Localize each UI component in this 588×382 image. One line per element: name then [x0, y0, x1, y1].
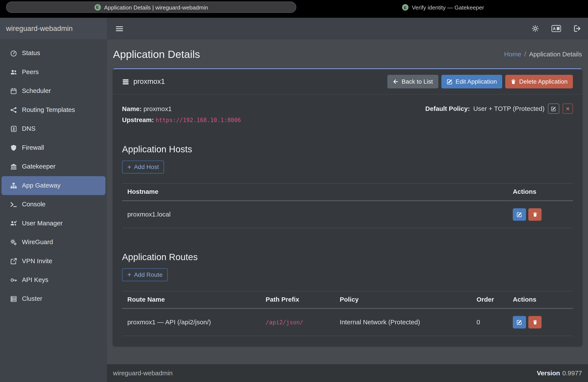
footer: wireguard-webadmin Version0.9977 [107, 364, 588, 382]
hosts-section-title: Application Hosts [122, 144, 573, 155]
table-row: proxmox1.local [122, 201, 573, 228]
shield-icon [9, 144, 18, 151]
sidebar-item-label: API Keys [22, 276, 48, 284]
policy-cell: Internal Network (Protected) [335, 308, 471, 336]
application-title: proxmox1 [122, 78, 165, 86]
edit-application-button[interactable]: Edit Application [441, 75, 502, 88]
content-area: Application Details Home / Application D… [107, 39, 588, 364]
browser-tab-active[interactable]: E Application Details | wireguard-webadm… [6, 1, 296, 13]
application-fields: Name: proxmox1 Upstream: https://192.168… [122, 104, 241, 126]
hosts-col-hostname: Hostname [122, 183, 507, 201]
delete-host-button[interactable] [528, 208, 542, 221]
breadcrumb-separator: / [524, 51, 526, 58]
pencil-square-icon [517, 212, 522, 217]
sidebar-item-label: WireGuard [22, 238, 53, 246]
server-icon [9, 296, 18, 302]
arrow-left-icon [393, 79, 399, 85]
default-policy-value: User + TOTP (Protected) [473, 105, 545, 112]
sidebar-item-label: Status [22, 49, 40, 57]
sidebar-item-label: Peers [22, 68, 39, 76]
sidebar-item-routing-templates[interactable]: Routing Templates [1, 101, 105, 119]
route-name-cell: proxmox1 — API (/api2/json/) [122, 308, 260, 336]
sidebar-item-peers[interactable]: Peers [1, 63, 105, 82]
trash-icon [510, 79, 516, 85]
sidebar-item-label: Cluster [22, 295, 42, 303]
sidebar-nav: Status Peers Scheduler Routing Templates [0, 39, 107, 309]
routes-col-policy: Policy [335, 291, 471, 309]
application-details-card: proxmox1 Back to List Edit Application [113, 68, 582, 346]
sidebar-item-status[interactable]: Status [1, 44, 105, 63]
hosts-table: Hostname Actions proxmox1.local [122, 183, 573, 228]
edit-route-button[interactable] [513, 316, 526, 328]
hosts-col-actions: Actions [507, 183, 573, 201]
sidebar-item-label: App Gateway [22, 182, 61, 189]
sidebar-item-firewall[interactable]: Firewall [1, 138, 105, 157]
sidebar-item-wireguard[interactable]: WireGuard [1, 233, 105, 252]
tab-title: Application Details | wireguard-webadmin [104, 4, 208, 10]
sidebar-item-label: DNS [22, 125, 35, 133]
sidebar-item-cluster[interactable]: Cluster [1, 290, 105, 308]
brand: wireguard-webadmin [0, 18, 107, 39]
routes-section-title: Application Routes [122, 252, 573, 262]
name-label: Name: [122, 106, 142, 113]
clear-policy-button[interactable]: × [563, 104, 573, 114]
pencil-square-icon [517, 319, 522, 325]
table-row: proxmox1 — API (/api2/json/) /api2/json/… [122, 308, 573, 336]
sidebar-item-label: Gatekeeper [22, 163, 55, 170]
browser-tab-inactive[interactable]: E Verify identity — Gatekeeper [402, 2, 484, 13]
default-policy-row: Default Policy: User + TOTP (Protected) … [425, 104, 573, 114]
add-route-button[interactable]: + Add Route [122, 268, 168, 281]
sidebar-item-label: Routing Templates [22, 106, 75, 114]
edit-policy-button[interactable] [548, 104, 559, 114]
hamburger-menu-icon[interactable] [114, 23, 125, 34]
delete-route-button[interactable] [528, 316, 542, 328]
upstream-value: https://192.168.10.1:8006 [156, 117, 241, 124]
sidebar-item-user-manager[interactable]: User Manager [1, 214, 105, 233]
sidebar-item-label: VPN Invite [22, 257, 52, 265]
back-to-list-button[interactable]: Back to List [387, 75, 438, 88]
sidebar-item-dns[interactable]: DNS [1, 120, 105, 138]
top-navbar [107, 18, 588, 39]
version-text: Version0.9977 [537, 369, 582, 377]
name-value: proxmox1 [144, 106, 172, 113]
sidebar-item-api-keys[interactable]: API Keys [1, 271, 105, 290]
delete-application-button[interactable]: Delete Application [505, 75, 573, 88]
routes-col-route-name: Route Name [122, 291, 260, 309]
plus-icon: + [127, 164, 131, 170]
sidebar-item-vpn-invite[interactable]: VPN Invite [1, 252, 105, 271]
sidebar-item-gatekeeper[interactable]: Gatekeeper [1, 157, 105, 176]
order-cell: 0 [471, 308, 507, 336]
routes-col-order: Order [471, 291, 507, 309]
bank-icon [9, 163, 18, 170]
trash-icon [532, 212, 537, 217]
path-prefix-cell: /api2/json/ [260, 308, 335, 336]
upstream-label: Upstream: [122, 116, 154, 124]
favicon-icon: E [94, 4, 101, 10]
favicon-icon: E [402, 4, 408, 11]
language-translate-icon[interactable] [551, 25, 561, 32]
add-host-button[interactable]: + Add Host [122, 161, 164, 173]
footer-brand: wireguard-webadmin [113, 369, 173, 377]
gears-icon [9, 239, 18, 246]
settings-gear-icon[interactable] [531, 25, 539, 33]
trash-icon [532, 319, 537, 325]
sidebar-item-label: User Manager [22, 219, 63, 227]
server-stack-icon [122, 78, 129, 85]
sidebar-item-scheduler[interactable]: Scheduler [1, 82, 105, 101]
sidebar-item-console[interactable]: Console [1, 195, 105, 214]
pencil-square-icon [551, 106, 556, 111]
gauge-icon [9, 50, 18, 57]
sidebar-item-app-gateway[interactable]: App Gateway [1, 176, 105, 195]
breadcrumb-current: Application Details [529, 51, 582, 58]
screen: E Application Details | wireguard-webadm… [0, 0, 588, 382]
sitemap-icon [9, 182, 18, 189]
application-name: proxmox1 [133, 78, 165, 86]
close-icon: × [566, 106, 570, 112]
breadcrumb-home-link[interactable]: Home [504, 51, 521, 58]
sidebar: wireguard-webadmin Status Peers Schedule… [0, 18, 107, 382]
calendar-icon [9, 88, 18, 94]
share-icon [9, 258, 18, 264]
edit-host-button[interactable] [513, 208, 526, 221]
pencil-square-icon [446, 79, 453, 85]
sign-out-icon[interactable] [573, 25, 581, 33]
